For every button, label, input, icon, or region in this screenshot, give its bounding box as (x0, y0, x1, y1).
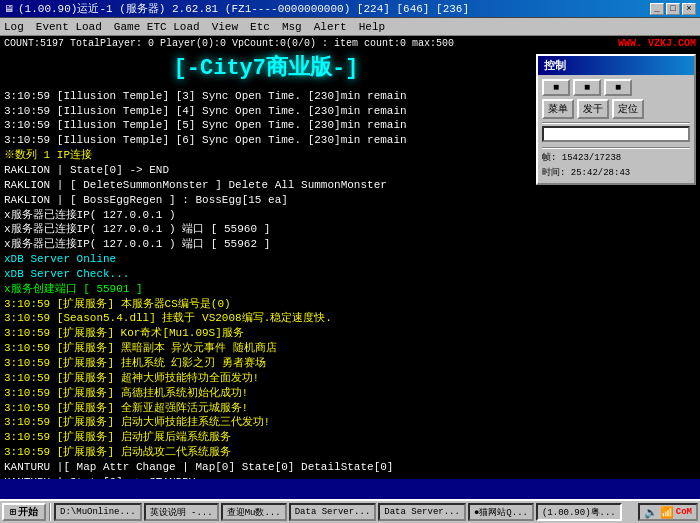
log-line: 3:10:59 [Illusion Temple] [4] Sync Open … (4, 104, 528, 119)
log-line: x服务器已连接IP( 127.0.0.1 ) (4, 208, 528, 223)
log-line: KANTURU | State[0] -> STANDBY (4, 475, 528, 479)
control-divider (542, 122, 690, 124)
ctrl-btn-play[interactable]: ■ (604, 79, 632, 96)
log-line: 3:10:59 [扩展服务] 启动大师技能挂系统三代发功! (4, 415, 528, 430)
log-line: KANTURU |[ Map Attr Change | Map[0] Stat… (4, 460, 528, 475)
control-time-status: 时间: 25:42/28:43 (542, 166, 690, 179)
log-line: 3:10:59 [扩展服务] 本服务器CS编号是(0) (4, 297, 528, 312)
control-buttons-row1: ■ ■ ■ (542, 79, 690, 96)
log-lines: 3:10:59 [Illusion Temple] [3] Sync Open … (4, 89, 528, 479)
menu-etc[interactable]: Etc (250, 21, 270, 33)
log-line: 3:10:59 [Season5.4.dll] 挂载于 VS2008编写.稳定速… (4, 311, 528, 326)
log-line: RAKLION | State[0] -> END (4, 163, 528, 178)
tray-network-icon: 📶 (660, 506, 674, 519)
title-bar-left: 🖥 (1.00.90)运近-1 (服务器) 2.62.81 (FZ1----00… (4, 1, 469, 16)
tray-time: CoM (676, 507, 692, 517)
minimize-button[interactable]: _ (650, 3, 664, 15)
log-line: 3:10:59 [扩展服务] 全新亚超强阵活元城服务! (4, 401, 528, 416)
ctrl-btn-send[interactable]: 发干 (577, 99, 609, 119)
menu-bar: Log Event Load Game ETC Load View Etc Ms… (0, 18, 700, 36)
task-btn-0[interactable]: D:\MuOnline... (54, 503, 142, 521)
ctrl-btn-pause[interactable]: ■ (573, 79, 601, 96)
menu-game-etc-load[interactable]: Game ETC Load (114, 21, 200, 33)
ctrl-btn-menu[interactable]: 菜单 (542, 99, 574, 119)
control-divider2 (542, 147, 690, 149)
log-line: 3:10:59 [Illusion Temple] [3] Sync Open … (4, 89, 528, 104)
control-buttons-row2: 菜单 发干 定位 (542, 99, 690, 119)
task-btn-4[interactable]: Data Server... (378, 503, 466, 521)
log-area: [-City7商业版-] 3:10:59 [Illusion Temple] [… (0, 50, 532, 479)
title-bar: 🖥 (1.00.90)运近-1 (服务器) 2.62.81 (FZ1----00… (0, 0, 700, 18)
log-line: xDB Server Online (4, 252, 528, 267)
log-line: RAKLION | [ BossEggRegen ] : BossEgg[15 … (4, 193, 528, 208)
status-bar: COUNT:5197 TotalPlayer: 0 Player(0):0 Vp… (0, 36, 700, 50)
tray-sound-icon: 🔊 (644, 506, 658, 519)
log-line: 3:10:59 [Illusion Temple] [5] Sync Open … (4, 118, 528, 133)
log-line: 3:10:59 [扩展服务] 启动扩展后端系统服务 (4, 430, 528, 445)
control-input[interactable] (542, 126, 690, 142)
log-line: 3:10:59 [Illusion Temple] [6] Sync Open … (4, 133, 528, 148)
window-controls: _ □ × (650, 3, 696, 15)
control-panel-body: ■ ■ ■ 菜单 发干 定位 帧: 15423/17238 时间: 25:42/… (538, 75, 694, 183)
start-icon: ⊞ (10, 506, 16, 518)
log-line: x服务器已连接IP( 127.0.0.1 ) 端口 [ 55962 ] (4, 237, 528, 252)
log-line: 3:10:59 [扩展服务] 黑暗副本 异次元事件 随机商店 (4, 341, 528, 356)
task-btn-3[interactable]: Data Server... (289, 503, 377, 521)
control-frames-status: 帧: 15423/17238 (542, 151, 690, 164)
server-title: [-City7商业版-] (4, 54, 528, 85)
log-line: x服务器已连接IP( 127.0.0.1 ) 端口 [ 55960 ] (4, 222, 528, 237)
menu-log[interactable]: Log (4, 21, 24, 33)
task-btn-5[interactable]: ●猫网站Q... (468, 503, 534, 521)
close-button[interactable]: × (682, 3, 696, 15)
menu-msg[interactable]: Msg (282, 21, 302, 33)
control-panel: 控制 ■ ■ ■ 菜单 发干 定位 帧: 15423/17238 时间: 25:… (536, 54, 696, 185)
log-line: x服务创建端口 [ 55901 ] (4, 282, 528, 297)
menu-event-load[interactable]: Event Load (36, 21, 102, 33)
taskbar-separator (49, 503, 51, 521)
menu-help[interactable]: Help (359, 21, 385, 33)
start-button[interactable]: ⊞ 开始 (2, 503, 46, 521)
log-line: RAKLION | [ DeleteSummonMonster ] Delete… (4, 178, 528, 193)
log-line: ※数列 1 IP连接 (4, 148, 528, 163)
log-line: 3:10:59 [扩展服务] 启动战攻二代系统服务 (4, 445, 528, 460)
taskbar: ⊞ 开始 D:\MuOnline... 英设说明 -... 查迎Mu数... D… (0, 499, 700, 523)
task-btn-6[interactable]: (1.00.90)粤... (536, 503, 622, 521)
log-line: xDB Server Check... (4, 267, 528, 282)
window-title: (1.00.90)运近-1 (服务器) 2.62.81 (FZ1----0000… (18, 1, 469, 16)
log-line: 3:10:59 [扩展服务] Kor奇术[Mu1.09S]服务 (4, 326, 528, 341)
main-area: [-City7商业版-] 3:10:59 [Illusion Temple] [… (0, 50, 700, 479)
menu-alert[interactable]: Alert (314, 21, 347, 33)
system-tray: 🔊 📶 CoM (638, 503, 698, 521)
task-btn-1[interactable]: 英设说明 -... (144, 503, 219, 521)
control-panel-title: 控制 (538, 56, 694, 75)
log-line: 3:10:59 [扩展服务] 挂机系统 幻影之刃 勇者赛场 (4, 356, 528, 371)
menu-view[interactable]: View (212, 21, 238, 33)
maximize-button[interactable]: □ (666, 3, 680, 15)
start-label: 开始 (18, 505, 38, 519)
ctrl-btn-stop[interactable]: ■ (542, 79, 570, 96)
ctrl-btn-locate[interactable]: 定位 (612, 99, 644, 119)
task-btn-2[interactable]: 查迎Mu数... (221, 503, 287, 521)
website-logo: WWW. VZKJ.COM (618, 38, 696, 49)
log-line: 3:10:59 [扩展服务] 超神大师技能特功全面发功! (4, 371, 528, 386)
log-line: 3:10:59 [扩展服务] 高德挂机系统初始化成功! (4, 386, 528, 401)
server-status-text: COUNT:5197 TotalPlayer: 0 Player(0):0 Vp… (4, 38, 454, 49)
